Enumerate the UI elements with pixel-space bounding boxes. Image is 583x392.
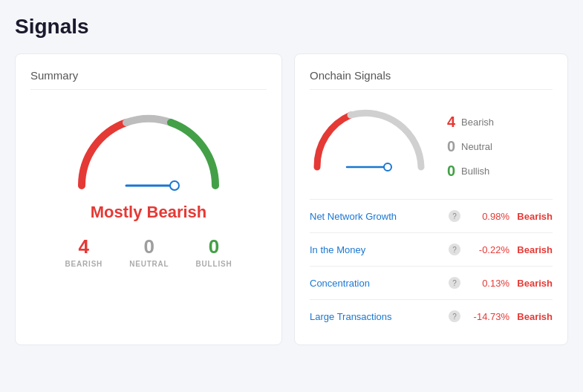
signal-info-icon-0[interactable]: ? xyxy=(449,210,460,222)
onchain-neutral-stat: 0 Neutral xyxy=(440,138,494,155)
stat-bullish: 0 BULLISH xyxy=(196,235,232,268)
onchain-neutral-lbl: Neutral xyxy=(461,141,492,152)
signal-pct-0: 0.98% xyxy=(465,211,509,222)
neutral-value: 0 xyxy=(129,235,169,258)
svg-point-3 xyxy=(384,163,391,171)
signal-info-icon-2[interactable]: ? xyxy=(449,277,460,289)
onchain-bearish-stat: 4 Bearish xyxy=(440,114,494,131)
signal-pct-3: -14.73% xyxy=(465,311,509,322)
stat-neutral: 0 NEUTRAL xyxy=(129,235,169,268)
summary-gauge xyxy=(67,100,230,197)
signal-info-icon-1[interactable]: ? xyxy=(449,244,460,255)
page-title: Signals xyxy=(15,15,568,39)
summary-status: Mostly Bearish xyxy=(30,203,267,222)
onchain-bullish-lbl: Bullish xyxy=(461,166,489,177)
summary-stats-row: 4 BEARISH 0 NEUTRAL 0 BULLISH xyxy=(30,235,267,268)
signal-info-icon-3[interactable]: ? xyxy=(449,310,460,322)
summary-gauge-container xyxy=(30,100,267,197)
divider-3 xyxy=(310,299,553,300)
onchain-neutral-num: 0 xyxy=(440,138,455,155)
onchain-counts: 4 Bearish 0 Neutral 0 Bullish xyxy=(440,100,494,187)
bearish-label: BEARISH xyxy=(65,260,103,268)
stat-bearish: 4 BEARISH xyxy=(65,235,103,268)
onchain-bearish-lbl: Bearish xyxy=(461,117,494,128)
divider-2 xyxy=(310,266,553,267)
bullish-value: 0 xyxy=(196,235,232,258)
signal-name-0[interactable]: Net Network Growth xyxy=(310,211,444,222)
signal-name-1[interactable]: In the Money xyxy=(310,244,444,255)
signal-row-1: In the Money ? -0.22% Bearish xyxy=(310,236,553,263)
bullish-label: BULLISH xyxy=(196,260,232,268)
signal-row-3: Large Transactions ? -14.73% Bearish xyxy=(310,303,553,330)
signal-verdict-3: Bearish xyxy=(514,311,553,322)
signal-verdict-2: Bearish xyxy=(514,278,553,289)
onchain-top: 4 Bearish 0 Neutral 0 Bullish xyxy=(310,100,553,187)
signal-row-2: Concentration ? 0.13% Bearish xyxy=(310,270,553,296)
signal-verdict-1: Bearish xyxy=(514,244,553,255)
onchain-card: Onchain Signals 4 Bearish xyxy=(294,53,568,345)
neutral-label: NEUTRAL xyxy=(129,260,169,268)
onchain-gauge-container xyxy=(310,100,429,177)
signal-pct-2: 0.13% xyxy=(465,278,509,289)
onchain-gauge xyxy=(310,100,429,174)
cards-row: Summary Mostly Bearish 4 BEARISH 0 xyxy=(15,53,568,345)
divider-0 xyxy=(310,199,553,200)
divider-1 xyxy=(310,232,553,233)
onchain-bearish-num: 4 xyxy=(440,114,455,131)
signal-name-2[interactable]: Concentration xyxy=(310,278,444,289)
summary-card: Summary Mostly Bearish 4 BEARISH 0 xyxy=(15,53,282,345)
onchain-bullish-num: 0 xyxy=(440,163,455,180)
onchain-title: Onchain Signals xyxy=(310,69,553,90)
svg-point-1 xyxy=(170,181,179,190)
bearish-value: 4 xyxy=(65,235,103,258)
summary-title: Summary xyxy=(30,69,267,90)
signal-name-3[interactable]: Large Transactions xyxy=(310,311,444,322)
onchain-bullish-stat: 0 Bullish xyxy=(440,163,494,180)
signal-row-0: Net Network Growth ? 0.98% Bearish xyxy=(310,203,553,229)
signal-list: Net Network Growth ? 0.98% Bearish In th… xyxy=(310,199,553,330)
signal-verdict-0: Bearish xyxy=(514,211,553,222)
signal-pct-1: -0.22% xyxy=(465,244,509,255)
